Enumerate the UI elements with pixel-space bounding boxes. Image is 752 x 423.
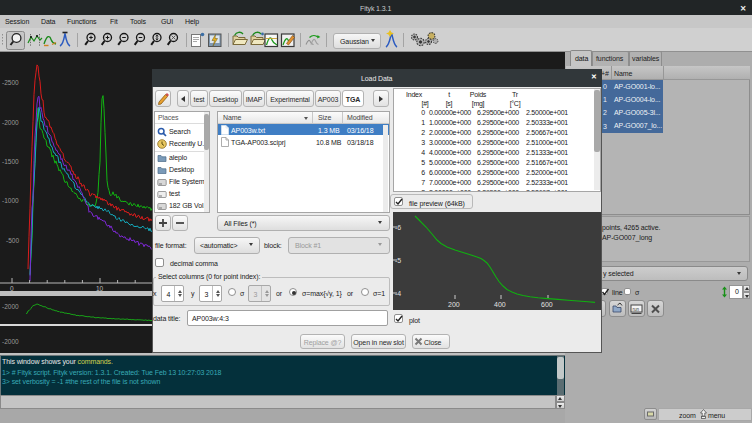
svg-text:-500: -500 [6,237,19,244]
svg-text:-1500: -1500 [2,158,19,165]
svg-text:-2000: -2000 [2,338,19,345]
svg-text:0: 0 [10,285,14,292]
svg-text:-2000: -2000 [2,303,19,310]
svg-text:-2000: -2000 [2,119,19,126]
svg-text:10: 10 [96,285,104,292]
svg-text:run: run [633,307,640,312]
svg-text:-1000: -1000 [2,197,19,204]
svg-text:-2500: -2500 [2,79,19,86]
